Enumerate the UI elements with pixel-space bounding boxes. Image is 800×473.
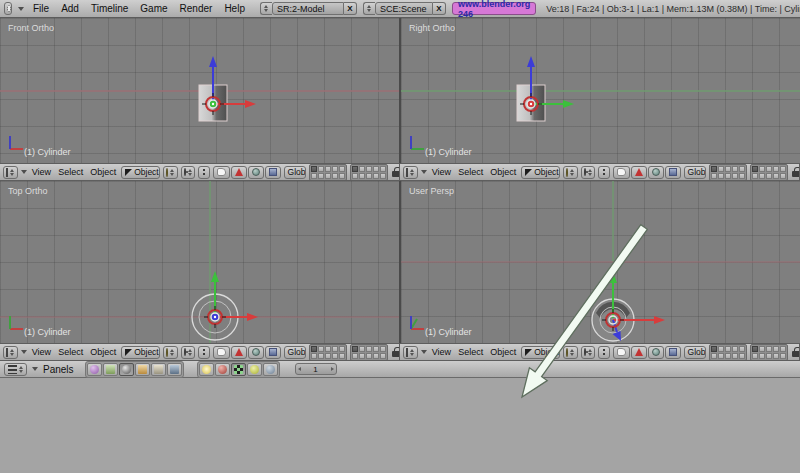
pivot-dropdown[interactable] bbox=[581, 166, 595, 179]
header-collapse-icon[interactable] bbox=[18, 7, 24, 11]
layer-toggle[interactable] bbox=[339, 166, 345, 172]
orientation-dropdown[interactable]: Global bbox=[284, 166, 306, 179]
lamp-buttons-button[interactable] bbox=[199, 363, 214, 376]
layer-toggle[interactable] bbox=[352, 353, 358, 359]
viewport-right-ortho[interactable]: Right Ortho (1) Cylinder bbox=[401, 18, 800, 163]
layer-toggle[interactable] bbox=[773, 346, 779, 352]
layer-toggle[interactable] bbox=[766, 166, 772, 172]
menu-view[interactable]: View bbox=[30, 347, 53, 357]
orientation-dropdown[interactable]: Global bbox=[684, 166, 706, 179]
menu-add[interactable]: Add bbox=[58, 3, 82, 14]
layer-toggle[interactable] bbox=[780, 173, 786, 179]
layer-toggle[interactable] bbox=[325, 353, 331, 359]
viewport-user-persp[interactable]: User Persp (1) Cylinder bbox=[401, 181, 800, 343]
layer-toggle[interactable] bbox=[711, 346, 717, 352]
lock-icon[interactable] bbox=[392, 347, 396, 357]
layer-toggle[interactable] bbox=[339, 353, 345, 359]
layer-toggle[interactable] bbox=[332, 346, 338, 352]
layer-toggle[interactable] bbox=[352, 346, 358, 352]
lock-icon[interactable] bbox=[392, 167, 396, 177]
layer-toggle[interactable] bbox=[311, 166, 317, 172]
layer-toggle[interactable] bbox=[732, 346, 738, 352]
viewport-top-ortho[interactable]: Top Ortho (1) Cylinder bbox=[0, 181, 399, 343]
manipulator-hand-button[interactable] bbox=[213, 166, 230, 179]
manipulator-hand-button[interactable] bbox=[613, 166, 630, 179]
menu-file[interactable]: File bbox=[30, 3, 52, 14]
menu-select[interactable]: Select bbox=[456, 347, 485, 357]
layer-toggle[interactable] bbox=[766, 173, 772, 179]
world-buttons-button[interactable] bbox=[263, 363, 278, 376]
layer-toggle[interactable] bbox=[318, 353, 324, 359]
layer-toggle[interactable] bbox=[780, 353, 786, 359]
manipulator-rotate-button[interactable] bbox=[248, 166, 264, 179]
layer-toggle[interactable] bbox=[718, 166, 724, 172]
layer-toggle[interactable] bbox=[725, 166, 731, 172]
layer-toggle[interactable] bbox=[339, 173, 345, 179]
layer-toggle[interactable] bbox=[766, 353, 772, 359]
menu-object[interactable]: Object bbox=[488, 167, 518, 177]
manipulator-scale-button[interactable] bbox=[265, 346, 281, 359]
scene-browse-button[interactable] bbox=[363, 2, 375, 15]
pivot-dropdown[interactable] bbox=[181, 346, 195, 359]
header-collapse-icon[interactable] bbox=[21, 350, 27, 354]
orientation-dropdown[interactable]: Global bbox=[284, 346, 306, 359]
layer-toggle[interactable] bbox=[373, 173, 379, 179]
manipulator-translate-button[interactable] bbox=[631, 346, 647, 359]
editor-type-button[interactable] bbox=[3, 166, 18, 179]
layer-toggle[interactable] bbox=[366, 353, 372, 359]
screen-browse-button[interactable] bbox=[260, 2, 272, 15]
layer-toggle[interactable] bbox=[766, 346, 772, 352]
layer-toggle[interactable] bbox=[359, 346, 365, 352]
layer-toggle[interactable] bbox=[739, 173, 745, 179]
layer-toggle[interactable] bbox=[739, 346, 745, 352]
header-collapse-icon[interactable] bbox=[32, 367, 38, 371]
menu-object[interactable]: Object bbox=[88, 347, 118, 357]
layer-toggle[interactable] bbox=[711, 353, 717, 359]
layer-toggle[interactable] bbox=[373, 166, 379, 172]
proportional-edit-button[interactable] bbox=[198, 166, 210, 179]
layer-toggle[interactable] bbox=[711, 173, 717, 179]
layer-toggle[interactable] bbox=[332, 166, 338, 172]
menu-view[interactable]: View bbox=[430, 167, 453, 177]
layer-toggle[interactable] bbox=[311, 173, 317, 179]
lock-icon[interactable] bbox=[792, 167, 796, 177]
screen-name-field[interactable]: SR:2-Model bbox=[272, 2, 344, 15]
manipulator-scale-button[interactable] bbox=[265, 166, 281, 179]
layer-toggle[interactable] bbox=[780, 166, 786, 172]
layer-toggle[interactable] bbox=[332, 353, 338, 359]
draw-type-dropdown[interactable] bbox=[163, 346, 178, 359]
mode-dropdown[interactable]: Object Mode bbox=[121, 166, 160, 179]
editor-type-button[interactable] bbox=[3, 346, 18, 359]
scene-context-button[interactable] bbox=[167, 363, 182, 376]
editor-type-button[interactable] bbox=[403, 346, 418, 359]
layer-toggle[interactable] bbox=[352, 166, 358, 172]
layer-toggle[interactable] bbox=[318, 173, 324, 179]
layer-toggle[interactable] bbox=[373, 346, 379, 352]
manipulator-hand-button[interactable] bbox=[613, 346, 630, 359]
viewport-front-ortho[interactable]: Front Ortho (1) Cylinder bbox=[0, 18, 399, 163]
layer-toggle[interactable] bbox=[339, 346, 345, 352]
menu-render[interactable]: Render bbox=[177, 3, 216, 14]
layer-toggle[interactable] bbox=[325, 173, 331, 179]
layer-toggle[interactable] bbox=[380, 353, 386, 359]
window-type-button[interactable] bbox=[4, 2, 12, 15]
layer-toggle[interactable] bbox=[752, 166, 758, 172]
layer-toggle[interactable] bbox=[739, 353, 745, 359]
layer-toggle[interactable] bbox=[739, 166, 745, 172]
layer-toggle[interactable] bbox=[732, 166, 738, 172]
layer-toggle[interactable] bbox=[759, 173, 765, 179]
proportional-edit-button[interactable] bbox=[598, 346, 610, 359]
menu-select[interactable]: Select bbox=[456, 167, 485, 177]
layer-toggle[interactable] bbox=[752, 173, 758, 179]
layer-toggle[interactable] bbox=[380, 346, 386, 352]
orientation-dropdown[interactable]: Global bbox=[684, 346, 706, 359]
manipulator-hand-button[interactable] bbox=[213, 346, 230, 359]
layer-toggle[interactable] bbox=[373, 353, 379, 359]
menu-object[interactable]: Object bbox=[488, 347, 518, 357]
layer-toggle[interactable] bbox=[359, 173, 365, 179]
mode-dropdown[interactable]: Object Mode bbox=[521, 166, 560, 179]
layer-toggle[interactable] bbox=[759, 346, 765, 352]
manipulator-scale-button[interactable] bbox=[665, 346, 681, 359]
layer-toggle[interactable] bbox=[725, 346, 731, 352]
menu-timeline[interactable]: Timeline bbox=[88, 3, 131, 14]
